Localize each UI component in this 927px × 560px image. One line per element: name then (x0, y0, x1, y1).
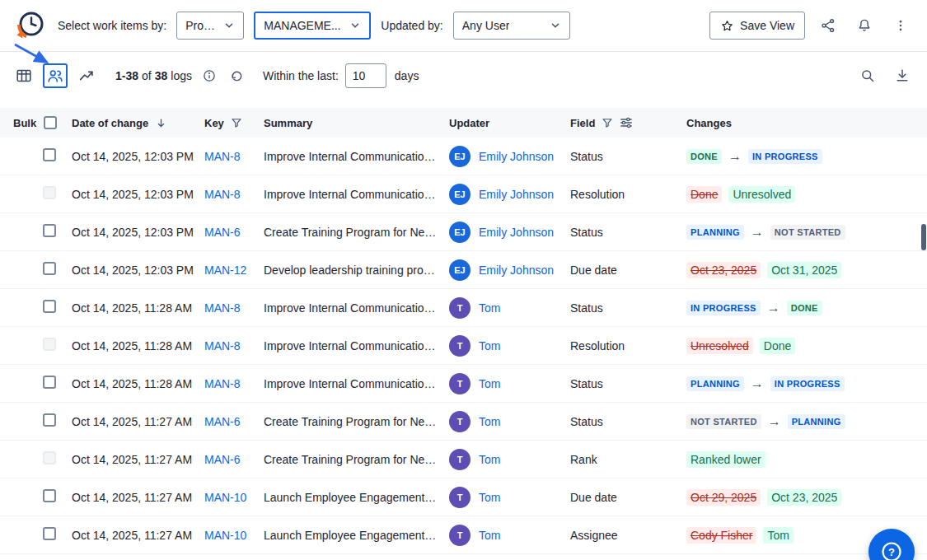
row-checkbox[interactable] (43, 413, 56, 427)
table-row: Oct 14, 2025, 11:28 AM MAN-8 Improve Int… (0, 365, 927, 403)
row-summary: Create Training Program for Ne… (264, 453, 449, 466)
updater-name-link[interactable]: Emily Johnson (479, 188, 554, 201)
project-select-dropdown[interactable]: MANAGEME... (254, 12, 371, 40)
select-work-items-label: Select work items by: (58, 19, 166, 32)
row-summary: Launch Employee Engagement … (264, 529, 449, 542)
old-value: Done (686, 186, 722, 203)
row-summary: Improve Internal Communicatio… (264, 377, 449, 390)
days-input[interactable] (345, 63, 386, 88)
avatar: T (449, 487, 471, 508)
people-view-button[interactable] (43, 63, 68, 88)
new-value: Oct 23, 2025 (767, 489, 841, 506)
col-key-label: Key (204, 117, 224, 129)
row-checkbox[interactable] (43, 489, 56, 502)
table-row: Oct 14, 2025, 12:03 PM MAN-8 Improve Int… (0, 138, 927, 175)
row-checkbox[interactable] (43, 300, 56, 313)
row-key-link[interactable]: MAN-8 (204, 188, 241, 201)
save-view-button[interactable]: Save View (709, 12, 805, 40)
row-field: Assignee (570, 529, 686, 542)
row-field: Rank (570, 453, 686, 466)
updater-name-link[interactable]: Emily Johnson (479, 226, 554, 239)
row-summary: Improve Internal Communicatio… (264, 150, 449, 163)
updater-name-link[interactable]: Tom (479, 415, 500, 428)
field-settings-icon[interactable] (620, 116, 633, 129)
kebab-menu-icon (893, 18, 908, 33)
updater-name-link[interactable]: Emily Johnson (479, 150, 554, 163)
row-changes: UnresolvedDone (686, 338, 927, 354)
updater-name-link[interactable]: Tom (479, 301, 500, 315)
row-key-link[interactable]: MAN-6 (204, 226, 241, 239)
updater-name-link[interactable]: Tom (479, 339, 500, 352)
row-key-link[interactable]: MAN-12 (204, 264, 246, 277)
row-key-link[interactable]: MAN-8 (204, 301, 241, 315)
filter-type-dropdown[interactable]: Project (176, 12, 244, 40)
row-field: Status (570, 150, 686, 163)
row-key-link[interactable]: MAN-10 (204, 491, 246, 504)
change-log-table: Bulk Date of change Key Summary Updater … (0, 108, 927, 554)
row-field: Status (570, 377, 686, 390)
info-button[interactable] (199, 65, 220, 86)
transition-arrow-icon: → (768, 415, 781, 428)
row-key-link[interactable]: MAN-10 (204, 529, 246, 542)
updater-name-link[interactable]: Tom (479, 453, 500, 466)
updater-name-link[interactable]: Tom (479, 529, 500, 542)
chevron-down-icon (550, 20, 561, 31)
row-key-link[interactable]: MAN-6 (204, 453, 241, 466)
avatar: EJ (449, 222, 471, 243)
row-key-link[interactable]: MAN-8 (204, 150, 241, 163)
row-date: Oct 14, 2025, 12:03 PM (72, 264, 204, 277)
notifications-button[interactable] (851, 12, 878, 39)
vertical-scrollbar[interactable] (921, 224, 926, 250)
updater-name-link[interactable]: Emily Johnson (479, 264, 554, 277)
row-summary: Improve Internal Communicatio… (264, 301, 449, 315)
row-field: Status (570, 226, 686, 239)
sort-desc-icon[interactable] (155, 117, 167, 129)
table-row: Oct 14, 2025, 12:03 PM MAN-12 Develop le… (0, 251, 927, 289)
row-changes: Oct 23, 2025Oct 31, 2025 (686, 262, 927, 278)
bulk-select-all-checkbox[interactable] (44, 116, 57, 129)
avatar: T (449, 297, 471, 319)
share-button[interactable] (815, 12, 841, 39)
updated-by-dropdown[interactable]: Any User (453, 12, 570, 40)
download-button[interactable] (889, 63, 915, 89)
status-badge-from: NOT STARTED (686, 414, 761, 429)
refresh-button[interactable] (227, 65, 248, 86)
row-checkbox[interactable] (43, 338, 56, 351)
field-filter-icon[interactable] (602, 117, 613, 128)
people-icon (46, 67, 64, 85)
row-key-link[interactable]: MAN-8 (204, 339, 241, 352)
table-view-button[interactable] (12, 63, 36, 88)
row-date: Oct 14, 2025, 12:03 PM (72, 188, 204, 201)
search-button[interactable] (854, 63, 881, 89)
col-changes-label: Changes (686, 117, 732, 129)
row-checkbox[interactable] (43, 262, 56, 275)
avatar: EJ (449, 259, 471, 281)
toolbar: 1-38 of 38 logs Within the last: days (0, 52, 927, 100)
more-options-button[interactable] (887, 12, 914, 39)
row-checkbox[interactable] (43, 376, 56, 389)
refresh-icon (229, 68, 245, 84)
table-row: Oct 14, 2025, 11:27 AM MAN-6 Create Trai… (0, 403, 927, 441)
row-key-link[interactable]: MAN-8 (204, 377, 241, 390)
row-field: Due date (570, 264, 686, 277)
status-badge-to: NOT STARTED (770, 225, 845, 240)
status-badge-from: PLANNING (686, 225, 744, 240)
row-checkbox[interactable] (43, 224, 56, 237)
trend-chart-icon (77, 67, 96, 85)
row-checkbox[interactable] (43, 148, 56, 161)
row-checkbox[interactable] (43, 186, 56, 199)
chart-view-button[interactable] (74, 63, 99, 88)
key-filter-icon[interactable] (231, 117, 242, 128)
updater-name-link[interactable]: Tom (479, 491, 500, 504)
table-row: Oct 14, 2025, 12:03 PM MAN-8 Improve Int… (0, 175, 927, 213)
change-note: Ranked lower (686, 451, 765, 468)
new-value: Oct 31, 2025 (767, 262, 841, 278)
row-checkbox[interactable] (43, 527, 56, 540)
row-key-link[interactable]: MAN-6 (204, 415, 241, 428)
status-badge-to: DONE (787, 301, 822, 315)
row-checkbox[interactable] (43, 451, 56, 464)
avatar: T (449, 525, 471, 546)
avatar: EJ (449, 146, 471, 167)
col-field-label: Field (570, 117, 595, 129)
updater-name-link[interactable]: Tom (479, 377, 500, 390)
